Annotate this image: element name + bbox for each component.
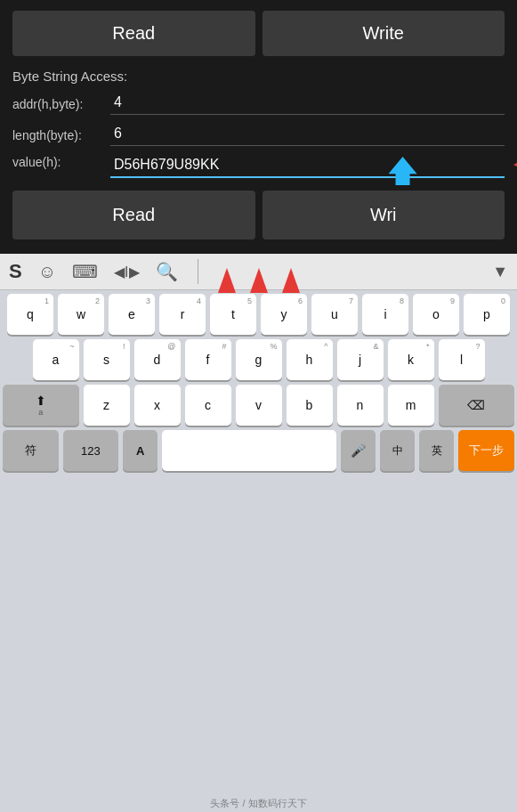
addr-row: addr(h,byte): — [12, 93, 505, 115]
red-arrow-right — [513, 157, 517, 173]
fu-key[interactable]: 符 — [3, 430, 59, 471]
cursor-move-icon[interactable]: ◀I▶ — [114, 264, 139, 280]
key-u[interactable]: 7u — [311, 294, 358, 335]
section-title: Byte String Access: — [12, 69, 505, 84]
key-d[interactable]: @d — [134, 339, 181, 380]
key-l[interactable]: ?l — [439, 339, 485, 380]
write-button-top[interactable]: Write — [263, 11, 505, 56]
key-t[interactable]: 5t — [210, 294, 256, 335]
value-input[interactable] — [110, 155, 505, 178]
red-arrow-3 — [282, 268, 300, 293]
key-h[interactable]: ^h — [287, 339, 333, 380]
value-label: value(h): — [12, 155, 110, 169]
keyboard-keys: 1q 2w 3e 4r 5t 6y 7u 8i 9o 0p ~a !s @d #… — [0, 290, 517, 812]
key-b[interactable]: b — [287, 385, 333, 426]
red-arrow-2 — [250, 268, 268, 293]
mic-key[interactable]: 🎤 — [341, 430, 376, 471]
keyboard-area: S ☺ ⌨ ◀I▶ 🔍 ▼ 1q 2w 3e 4r 5t 6y 7u 8i 9o… — [0, 254, 517, 812]
key-a[interactable]: ~a — [33, 339, 79, 380]
key-z[interactable]: z — [84, 385, 130, 426]
num-key[interactable]: 123 — [63, 430, 119, 471]
key-q[interactable]: 1q — [7, 294, 53, 335]
key-e[interactable]: 3e — [109, 294, 155, 335]
write-button-bottom[interactable]: Wri — [263, 191, 505, 240]
read-button-top[interactable]: Read — [12, 11, 255, 56]
key-s[interactable]: !s — [84, 339, 130, 380]
addr-input[interactable] — [110, 93, 505, 115]
backspace-key[interactable]: ⌫ — [439, 385, 515, 426]
keyboard-icon[interactable]: ⌨ — [72, 261, 98, 282]
read-button-bottom[interactable]: Read — [12, 191, 255, 240]
key-row-3: ⬆a z x c v b n m ⌫ — [3, 385, 514, 426]
emoji-icon[interactable]: ☺ — [38, 262, 56, 282]
toolbar-separator — [198, 259, 198, 284]
search-icon[interactable]: 🔍 — [156, 261, 178, 282]
lang-cn-key[interactable]: 中 — [380, 430, 415, 471]
length-row: length(byte): — [12, 124, 505, 146]
key-g[interactable]: %g — [236, 339, 282, 380]
key-row-2: ~a !s @d #f %g ^h &j *k ?l — [3, 339, 514, 380]
key-r[interactable]: 4r — [159, 294, 206, 335]
swype-icon[interactable]: S — [9, 260, 22, 283]
addr-label: addr(h,byte): — [12, 97, 110, 111]
top-button-row: Read Write — [12, 11, 505, 56]
key-x[interactable]: x — [134, 385, 181, 426]
key-row-1: 1q 2w 3e 4r 5t 6y 7u 8i 9o 0p — [3, 294, 514, 335]
key-n[interactable]: n — [337, 385, 384, 426]
caps-key[interactable]: A — [123, 430, 158, 471]
key-m[interactable]: m — [388, 385, 434, 426]
red-arrows — [218, 268, 300, 293]
length-label: length(byte): — [12, 128, 110, 142]
dark-panel: Read Write Byte String Access: addr(h,by… — [0, 0, 517, 254]
bottom-button-row: Read Wri — [12, 191, 505, 240]
key-y[interactable]: 6y — [261, 294, 307, 335]
shift-key[interactable]: ⬆a — [3, 385, 79, 426]
key-row-bottom: 符 123 A 🎤 中 英 下一步 — [3, 430, 514, 471]
key-f[interactable]: #f — [185, 339, 231, 380]
key-j[interactable]: &j — [337, 339, 384, 380]
dropdown-icon[interactable]: ▼ — [492, 263, 508, 281]
key-w[interactable]: 2w — [58, 294, 104, 335]
value-row: value(h): — [12, 155, 505, 178]
next-key[interactable]: 下一步 — [458, 430, 514, 471]
lang-en-key[interactable]: 英 — [419, 430, 454, 471]
key-p[interactable]: 0p — [464, 294, 510, 335]
key-v[interactable]: v — [236, 385, 282, 426]
key-o[interactable]: 9o — [413, 294, 459, 335]
key-c[interactable]: c — [185, 385, 231, 426]
key-i[interactable]: 8i — [362, 294, 408, 335]
length-input[interactable] — [110, 124, 505, 146]
key-k[interactable]: *k — [388, 339, 434, 380]
space-key[interactable] — [162, 430, 336, 471]
red-arrow-1 — [218, 268, 236, 293]
